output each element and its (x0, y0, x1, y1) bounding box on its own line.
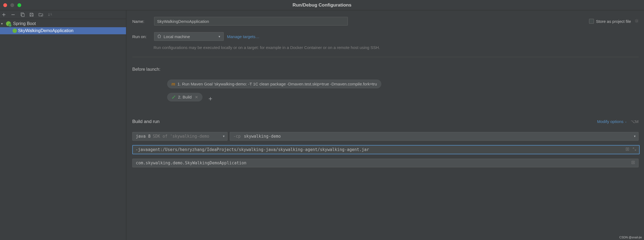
store-label: Store as project file (596, 19, 631, 24)
before-launch-item-maven[interactable]: m 1. Run Maven Goal 'skywalking-demo: -T… (167, 79, 381, 88)
add-icon[interactable] (1, 12, 7, 17)
tree-group-spring-boot[interactable]: ▾ Spring Boot (0, 20, 126, 27)
chip-label: 2. Build (178, 95, 192, 99)
svg-rect-1 (22, 14, 24, 17)
name-label: Name: (132, 19, 154, 24)
sort-icon[interactable] (47, 12, 53, 17)
before-launch-label: Before launch: (132, 67, 644, 72)
main-class-text: com.skywalking.demo.SkyWalkingDemoApplic… (136, 161, 246, 165)
run-on-label: Run on: (132, 34, 154, 39)
spring-boot-icon (6, 21, 11, 26)
svg-point-2 (636, 20, 637, 22)
minimize-window-button[interactable] (10, 3, 14, 7)
run-on-select[interactable]: Local machine ▼ (154, 32, 224, 41)
browse-icon[interactable] (631, 161, 635, 165)
add-before-launch-icon[interactable] (208, 96, 212, 102)
modify-options-text: Modify options (597, 119, 624, 124)
remove-chip-icon[interactable]: ✕ (195, 95, 198, 99)
maven-icon: m (171, 81, 175, 87)
maximize-window-button[interactable] (17, 3, 21, 7)
run-on-help-text: Run configurations may be executed local… (154, 45, 644, 51)
chevron-down-icon: ⌄ (625, 120, 627, 123)
run-on-value: Local machine (164, 34, 190, 39)
build-run-label: Build and run (132, 119, 160, 124)
home-icon (157, 34, 161, 39)
cp-value: skywalking-demo (244, 134, 281, 139)
vm-options-text: -javaagent:/Users/henryzhang/IdeaProject… (136, 147, 625, 152)
expand-arrow-icon: ▾ (1, 22, 5, 26)
insert-icon[interactable] (625, 147, 629, 152)
tree-item-skywalkingdemoapplication[interactable]: SkyWalkingDemoApplication (0, 27, 126, 34)
jdk-select[interactable]: java 8 SDK of 'skywalking-demo ▼ (132, 132, 228, 141)
chevron-down-icon: ▼ (218, 35, 221, 38)
modify-options-link[interactable]: Modify options ⌄ ⌥M (597, 119, 639, 124)
chevron-down-icon: ▼ (223, 135, 225, 138)
copy-icon[interactable] (20, 12, 25, 17)
window-title: Run/Debug Configurations (293, 2, 351, 8)
vm-options-input[interactable]: -javaagent:/Users/henryzhang/IdeaProject… (132, 145, 640, 154)
name-input[interactable] (154, 17, 348, 26)
spring-boot-icon (13, 29, 17, 33)
divider (132, 57, 639, 57)
chevron-down-icon: ▼ (634, 135, 636, 138)
close-window-button[interactable] (3, 3, 7, 7)
watermark: CSDN @snail-jie (619, 236, 642, 239)
tree-group-label: Spring Boot (13, 21, 36, 26)
shortcut-text: ⌥M (631, 119, 639, 124)
jdk-name: java 8 (136, 134, 151, 139)
hammer-icon (171, 94, 176, 100)
jdk-desc: SDK of 'skywalking-demo (153, 134, 209, 139)
manage-targets-link[interactable]: Manage targets… (227, 34, 259, 39)
chip-label: 1. Run Maven Goal 'skywalking-demo: -T 1… (177, 82, 377, 86)
cp-prefix: -cp (233, 134, 241, 139)
gear-icon[interactable] (634, 19, 639, 24)
save-icon[interactable] (29, 12, 34, 17)
remove-icon[interactable] (10, 12, 16, 17)
configurations-sidebar: ▾ Spring Boot SkyWalkingDemoApplication (0, 10, 126, 240)
expand-icon[interactable] (633, 147, 636, 152)
store-checkbox[interactable] (589, 19, 594, 24)
main-class-input[interactable]: com.skywalking.demo.SkyWalkingDemoApplic… (132, 159, 639, 167)
tree-item-label: SkyWalkingDemoApplication (18, 28, 73, 33)
before-launch-item-build[interactable]: 2. Build ✕ (167, 93, 203, 101)
folder-icon[interactable] (38, 12, 44, 17)
classpath-select[interactable]: -cp skywalking-demo ▼ (230, 132, 639, 141)
